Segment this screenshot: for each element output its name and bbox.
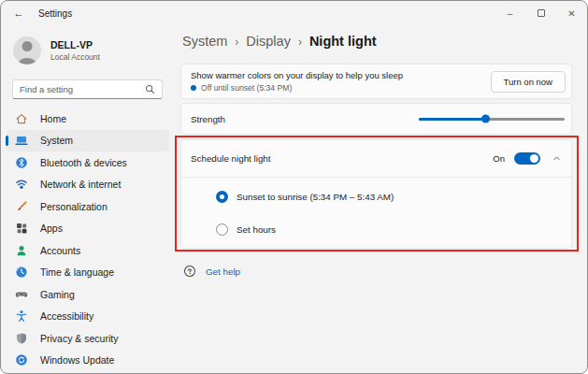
breadcrumb: System › Display › Night light xyxy=(182,34,377,49)
network-icon xyxy=(15,178,28,191)
radio-unselected-icon[interactable] xyxy=(216,223,228,236)
slider-fill xyxy=(419,118,486,121)
app-title: Settings xyxy=(38,8,72,19)
privacy-icon xyxy=(15,332,28,345)
chevron-up-icon[interactable] xyxy=(552,153,562,164)
sidebar-item-windows-update[interactable]: Windows Update xyxy=(7,350,169,372)
sidebar-item-system[interactable]: System xyxy=(7,130,169,152)
sidebar-item-label: System xyxy=(40,135,73,146)
search-input[interactable] xyxy=(20,84,145,94)
toggle-state-label: On xyxy=(493,153,505,164)
bluetooth-icon xyxy=(15,156,28,169)
get-help-row: ? Get help xyxy=(184,266,240,277)
schedule-toggle[interactable] xyxy=(514,152,540,165)
schedule-header[interactable]: Schedule night light On xyxy=(181,140,571,178)
sidebar-item-label: Network & internet xyxy=(40,179,121,190)
sidebar-item-gaming[interactable]: Gaming xyxy=(7,283,169,306)
sidebar-item-personalization[interactable]: Personalization xyxy=(7,195,169,218)
sidebar-item-apps[interactable]: Apps xyxy=(7,218,169,240)
home-icon xyxy=(15,112,28,125)
sidebar-item-label: Privacy & security xyxy=(40,333,118,344)
close-icon: ✕ xyxy=(567,8,575,19)
sidebar-nav: Home System Bluetooth & devices Network … xyxy=(1,108,175,371)
toggle-knob xyxy=(530,154,538,163)
time-language-icon xyxy=(15,266,28,279)
breadcrumb-separator: › xyxy=(298,35,302,49)
status-dot-icon xyxy=(191,85,196,91)
account-section[interactable]: DELL-VP Local Account xyxy=(13,36,100,65)
sidebar-item-label: Bluetooth & devices xyxy=(40,157,127,168)
main-content: System › Display › Night light Show warm… xyxy=(175,25,587,373)
maximize-icon xyxy=(538,9,545,17)
search-box[interactable] xyxy=(12,79,163,99)
option-label: Sunset to sunrise (5:34 PM – 5:43 AM) xyxy=(237,192,394,202)
search-icon xyxy=(145,84,155,94)
status-text: Off until sunset (5:34 PM) xyxy=(201,83,292,93)
apps-icon xyxy=(15,222,28,235)
sidebar-item-label: Accessibility xyxy=(40,310,93,322)
sidebar-item-label: Apps xyxy=(40,223,63,234)
avatar xyxy=(13,36,41,65)
back-icon: ← xyxy=(14,7,24,19)
breadcrumb-system[interactable]: System xyxy=(182,34,227,49)
sidebar-item-network[interactable]: Network & internet xyxy=(7,174,169,196)
sidebar-item-label: Home xyxy=(40,113,66,124)
personalization-icon xyxy=(15,200,28,213)
accessibility-icon xyxy=(15,309,28,323)
schedule-options: Sunset to sunrise (5:34 PM – 5:43 AM) Se… xyxy=(181,178,571,237)
night-light-main-card: Show warmer colors on your display to he… xyxy=(180,64,572,99)
sidebar-item-accessibility[interactable]: Accessibility xyxy=(7,306,169,328)
settings-window: ← Settings – ✕ DELL-VP Local Account xyxy=(0,0,588,374)
strength-label: Strength xyxy=(191,114,225,124)
schedule-title: Schedule night light xyxy=(191,153,493,164)
radio-selected-icon[interactable] xyxy=(216,191,228,203)
sidebar: DELL-VP Local Account Home System Blueto… xyxy=(1,25,175,373)
schedule-card: Schedule night light On Sunset to sunris… xyxy=(180,139,572,249)
slider-thumb[interactable] xyxy=(481,115,490,123)
window-controls: – ✕ xyxy=(495,1,587,25)
strength-slider[interactable] xyxy=(419,113,565,124)
slider-track[interactable] xyxy=(419,118,565,121)
gaming-icon xyxy=(15,288,28,301)
close-button[interactable]: ✕ xyxy=(556,1,587,25)
help-icon: ? xyxy=(183,265,196,278)
sidebar-item-home[interactable]: Home xyxy=(7,108,169,130)
strength-card: Strength xyxy=(180,103,572,135)
accounts-icon xyxy=(15,244,28,257)
windows-update-icon xyxy=(15,353,28,367)
turn-on-now-button[interactable]: Turn on now xyxy=(491,71,566,93)
breadcrumb-display[interactable]: Display xyxy=(246,34,291,49)
minimize-icon: – xyxy=(508,8,513,19)
system-icon xyxy=(15,134,28,147)
sidebar-item-privacy[interactable]: Privacy & security xyxy=(7,327,169,350)
sidebar-item-label: Accounts xyxy=(40,245,80,256)
breadcrumb-separator: › xyxy=(235,35,238,49)
sidebar-item-label: Time & language xyxy=(40,266,114,278)
account-name: DELL-VP xyxy=(50,39,100,50)
option-sunset-to-sunrise[interactable]: Sunset to sunrise (5:34 PM – 5:43 AM) xyxy=(216,189,571,204)
sidebar-item-time-language[interactable]: Time & language xyxy=(7,262,169,284)
sidebar-item-accounts[interactable]: Accounts xyxy=(7,239,169,262)
maximize-button[interactable] xyxy=(525,1,556,25)
night-light-status: Off until sunset (5:34 PM) xyxy=(191,83,491,93)
titlebar: ← Settings – ✕ xyxy=(1,1,587,25)
option-set-hours[interactable]: Set hours xyxy=(216,222,571,237)
sidebar-item-label: Windows Update xyxy=(40,354,114,366)
night-light-description: Show warmer colors on your display to he… xyxy=(191,70,491,80)
sidebar-item-label: Gaming xyxy=(40,289,75,300)
option-label: Set hours xyxy=(237,224,276,235)
page-title: Night light xyxy=(309,34,377,49)
get-help-link[interactable]: Get help xyxy=(206,266,240,277)
sidebar-item-label: Personalization xyxy=(40,201,108,212)
minimize-button[interactable]: – xyxy=(495,1,525,25)
account-type: Local Account xyxy=(50,52,100,62)
back-button[interactable]: ← xyxy=(7,3,31,23)
sidebar-item-bluetooth[interactable]: Bluetooth & devices xyxy=(7,151,169,174)
